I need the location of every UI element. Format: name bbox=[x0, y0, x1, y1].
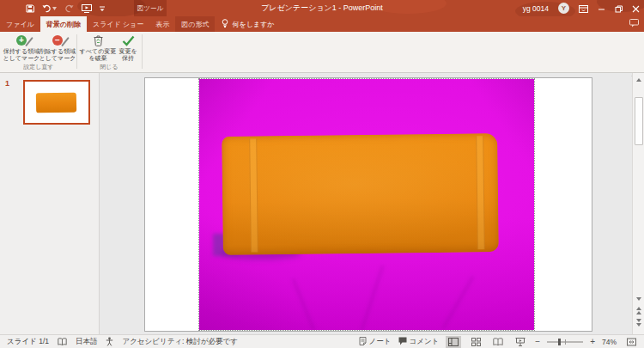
signed-in-user[interactable]: yg 0014 bbox=[523, 4, 549, 13]
close-button[interactable] bbox=[632, 1, 640, 16]
minimize-button[interactable] bbox=[598, 1, 605, 16]
titlebar-right-controls: yg 0014 Y bbox=[523, 0, 640, 16]
zoom-in-button[interactable]: + bbox=[590, 338, 595, 346]
slide-canvas bbox=[100, 73, 632, 334]
selected-picture-background-removal-preview[interactable] bbox=[199, 79, 534, 330]
feedback-bubble-icon[interactable] bbox=[629, 19, 639, 29]
zoom-slider[interactable] bbox=[547, 341, 583, 343]
notes-icon bbox=[359, 337, 367, 347]
tab-view[interactable]: 表示 bbox=[149, 16, 175, 32]
fabric-fold bbox=[292, 278, 315, 330]
thumbnail-towel-image bbox=[36, 93, 76, 113]
comment-bubble-icon bbox=[398, 337, 407, 347]
ribbon-background-removal: + 保持する領域 としてマーク − 削除する領域 としてマーク 設定し直す すべ… bbox=[0, 32, 644, 73]
contextual-tab-group-picture-tools: 図ツール bbox=[134, 0, 167, 16]
mark-remove-icon: − bbox=[52, 34, 63, 47]
slide-thumbnail-1[interactable] bbox=[23, 80, 90, 125]
lightbulb-icon bbox=[222, 19, 228, 30]
ribbon-group-divider bbox=[142, 34, 143, 69]
normal-view-button[interactable] bbox=[446, 336, 461, 348]
tab-slide-show[interactable]: スライド ショー bbox=[87, 16, 149, 32]
tell-me-box[interactable]: 何をしますか bbox=[215, 16, 281, 32]
language-indicator[interactable]: 日本語 bbox=[76, 337, 98, 347]
slide-number: 1 bbox=[5, 79, 9, 88]
accessibility-status[interactable]: アクセシビリティ: 検討が必要です bbox=[122, 337, 237, 347]
slide-thumbnail-panel: 1 bbox=[0, 73, 100, 334]
undo-icon[interactable] bbox=[42, 4, 57, 13]
comments-toggle[interactable]: コメント bbox=[398, 337, 440, 347]
group-label-refine: 設定し直す bbox=[2, 63, 76, 71]
zoom-out-button[interactable]: − bbox=[535, 338, 540, 346]
reading-view-button[interactable] bbox=[490, 336, 506, 348]
proofing-book-icon[interactable] bbox=[58, 338, 67, 346]
towel-border-stripe bbox=[249, 138, 258, 252]
fabric-fold bbox=[361, 265, 385, 330]
tab-background-removal[interactable]: 背景の削除 bbox=[40, 16, 87, 32]
notes-toggle[interactable]: ノート bbox=[359, 337, 392, 347]
fit-slide-to-window-button[interactable] bbox=[623, 336, 639, 348]
previous-slide-button[interactable] bbox=[634, 305, 644, 315]
slide-sorter-view-button[interactable] bbox=[468, 336, 483, 348]
start-slideshow-icon[interactable] bbox=[82, 4, 92, 13]
save-icon[interactable] bbox=[26, 4, 34, 13]
keep-changes-button[interactable]: 変更を 保持 bbox=[117, 34, 139, 62]
down-arrow-icon bbox=[636, 297, 641, 301]
zoom-level[interactable]: 74% bbox=[602, 338, 617, 346]
vertical-scrollbar[interactable] bbox=[632, 73, 644, 334]
double-up-arrow-icon bbox=[636, 307, 641, 314]
slide-indicator[interactable]: スライド 1/1 bbox=[7, 337, 49, 347]
tell-me-label: 何をしますか bbox=[232, 20, 274, 29]
fabric-fold bbox=[442, 276, 475, 329]
scrollbar-thumb[interactable] bbox=[635, 97, 643, 145]
discard-all-changes-button[interactable]: すべての変更 を破棄 bbox=[79, 34, 117, 62]
slide-1[interactable] bbox=[144, 77, 592, 332]
title-bar: プレゼンテーション1 - PowerPoint 図ツール yg 0014 Y bbox=[0, 0, 644, 16]
tab-picture-format[interactable]: 図の形式 bbox=[175, 16, 215, 32]
accessibility-person-icon[interactable] bbox=[106, 337, 113, 346]
status-right: ノート コメント − + 74% bbox=[359, 336, 644, 348]
status-bar: スライド 1/1 日本語 アクセシビリティ: 検討が必要です ノート コメント … bbox=[0, 334, 644, 348]
next-slide-button[interactable] bbox=[634, 317, 644, 327]
trash-recycle-icon bbox=[93, 34, 104, 47]
towel-foreground-kept bbox=[222, 133, 499, 255]
restore-button[interactable] bbox=[615, 1, 623, 16]
quick-access-toolbar bbox=[26, 0, 105, 16]
user-avatar[interactable]: Y bbox=[558, 3, 569, 14]
ribbon-display-options-icon[interactable] bbox=[579, 1, 588, 16]
up-arrow-icon bbox=[636, 78, 641, 82]
redo-icon[interactable] bbox=[64, 4, 74, 13]
mark-keep-icon: + bbox=[16, 34, 27, 47]
double-down-arrow-icon bbox=[636, 319, 641, 327]
scroll-up-button[interactable] bbox=[634, 75, 644, 85]
ribbon-tab-row: ファイル 背景の削除 スライド ショー 表示 図の形式 何をしますか bbox=[0, 16, 644, 32]
scroll-down-button[interactable] bbox=[634, 294, 644, 304]
customize-qat-dropdown-icon[interactable] bbox=[100, 5, 105, 12]
status-left: スライド 1/1 日本語 アクセシビリティ: 検討が必要です bbox=[0, 337, 238, 347]
zoom-slider-knob[interactable] bbox=[558, 339, 561, 345]
slide-show-view-button[interactable] bbox=[513, 336, 528, 348]
towel-border-stripe bbox=[476, 136, 485, 249]
ribbon-group-close: すべての変更 を破棄 変更を 保持 閉じる bbox=[77, 32, 141, 72]
mark-areas-to-keep-button[interactable]: + 保持する領域 としてマーク bbox=[3, 34, 39, 62]
ribbon-group-refine: + 保持する領域 としてマーク − 削除する領域 としてマーク 設定し直す bbox=[2, 32, 76, 72]
zoom-slider-tick bbox=[565, 339, 566, 345]
workspace: 1 bbox=[0, 73, 644, 334]
green-check-icon bbox=[122, 34, 135, 47]
group-label-close: 閉じる bbox=[77, 63, 141, 71]
mark-areas-to-remove-button[interactable]: − 削除する領域 としてマーク bbox=[39, 34, 76, 62]
tab-file[interactable]: ファイル bbox=[0, 16, 40, 32]
